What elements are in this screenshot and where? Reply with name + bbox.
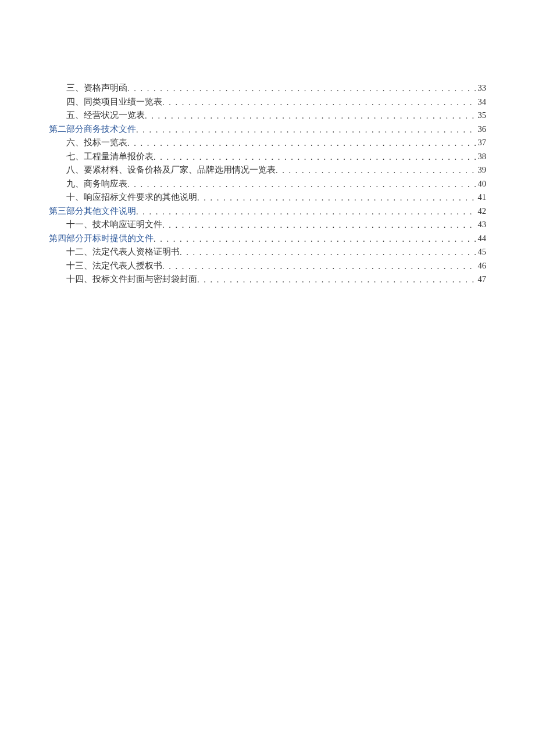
toc-leader-dots [136,207,477,217]
toc-label: 十、响应招标文件要求的其他说明 [66,192,197,203]
toc-label: 八、要紧材料、设备价格及厂家、品牌选用情况一览表 [66,164,276,175]
toc-label: 第二部分商务技术文件 [49,124,136,135]
toc-entry: 十一、技术响应证明文件43 [49,219,486,233]
toc-leader-dots [127,138,477,148]
toc-label: 第四部分开标时提供的文件 [49,233,154,244]
toc-leader-dots [162,220,477,230]
toc-label: 五、经营状况一览表 [66,110,145,121]
toc-entry: 十四、投标文件封面与密封袋封面47 [49,274,486,288]
toc-entry: 五、经营状况一览表35 [49,110,486,124]
toc-entry: 十三、法定代表人授权书46 [49,260,486,274]
toc-page-number: 45 [477,247,487,257]
toc-leader-dots [162,261,477,271]
toc-entry: 三、资格声明函33 [49,83,486,96]
toc-leader-dots [276,166,477,175]
toc-entry: 八、要紧材料、设备价格及厂家、品牌选用情况一览表39 [49,164,486,178]
toc-entry: 十、响应招标文件要求的其他说明41 [49,192,486,206]
toc-leader-dots [145,111,477,121]
toc-page-number: 42 [477,206,487,216]
toc-page-number: 33 [477,83,487,93]
toc-label: 十四、投标文件封面与密封袋封面 [66,274,197,285]
toc-page-number: 36 [477,124,487,134]
toc-page-number: 46 [477,261,487,271]
toc-page-number: 47 [477,274,487,284]
toc-page-number: 44 [477,234,487,243]
toc-page-number: 35 [477,110,487,120]
toc-page-number: 43 [477,220,487,230]
table-of-contents: 三、资格声明函33四、同类项目业绩一览表34五、经营状况一览表35第二部分商务技… [49,83,486,288]
toc-page-number: 37 [477,138,487,148]
toc-entry: 四、同类项目业绩一览表34 [49,96,486,110]
toc-entry: 七、工程量清单报价表38 [49,151,486,165]
toc-leader-dots [162,98,477,108]
toc-leader-dots [154,234,477,244]
toc-label: 十一、技术响应证明文件 [66,219,162,230]
toc-entry: 九、商务响应表40 [49,178,486,192]
toc-label: 六、投标一览表 [66,137,127,148]
toc-leader-dots [197,193,477,203]
toc-label: 十二、法定代表人资格证明书 [66,246,180,257]
toc-label: 九、商务响应表 [66,178,127,189]
toc-label: 四、同类项目业绩一览表 [66,96,162,108]
toc-leader-dots [127,84,477,94]
toc-entry: 十二、法定代表人资格证明书45 [49,246,486,260]
toc-leader-dots [136,125,477,135]
toc-entry: 六、投标一览表37 [49,137,486,151]
toc-label: 七、工程量清单报价表 [66,151,154,162]
toc-page-number: 40 [477,179,487,189]
toc-label: 三、资格声明函 [66,83,127,94]
toc-page-number: 39 [477,165,487,175]
toc-page-number: 38 [477,152,487,162]
toc-entry[interactable]: 第二部分商务技术文件36 [49,124,486,138]
toc-leader-dots [180,248,477,257]
toc-leader-dots [154,152,477,162]
toc-leader-dots [197,275,477,285]
toc-entry[interactable]: 第三部分其他文件说明42 [49,206,486,220]
toc-label: 十三、法定代表人授权书 [66,260,162,271]
toc-page-number: 34 [477,97,487,107]
toc-leader-dots [127,180,477,189]
toc-label: 第三部分其他文件说明 [49,206,136,217]
toc-entry[interactable]: 第四部分开标时提供的文件44 [49,233,486,247]
toc-page-number: 41 [477,192,487,202]
